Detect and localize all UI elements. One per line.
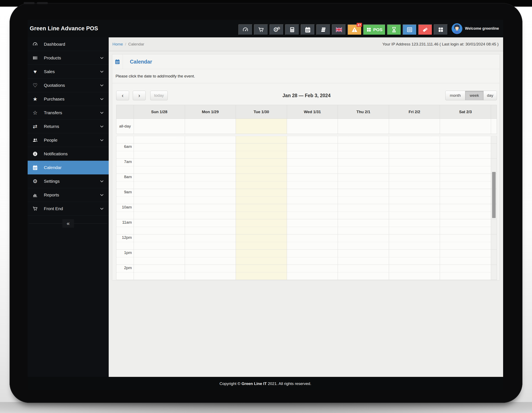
time-slot-cell[interactable] bbox=[440, 234, 491, 249]
time-slot-cell[interactable] bbox=[134, 219, 185, 234]
sidebar-item-returns[interactable]: ⇄Returns bbox=[28, 119, 109, 133]
time-slot-cell[interactable] bbox=[389, 174, 440, 189]
avatar[interactable] bbox=[452, 23, 462, 34]
time-slot-cell[interactable] bbox=[287, 136, 338, 143]
time-slot-cell[interactable] bbox=[236, 136, 287, 143]
time-slot-cell[interactable] bbox=[134, 234, 185, 249]
all-day-cell[interactable] bbox=[338, 119, 389, 134]
time-slot-cell[interactable] bbox=[134, 265, 185, 280]
sidebar-item-dashboard[interactable]: Dashboard bbox=[28, 37, 109, 51]
sidebar-item-settings[interactable]: ⚙Settings bbox=[28, 174, 109, 188]
time-slot-cell[interactable] bbox=[389, 204, 440, 219]
sidebar-item-sales[interactable]: ♥Sales bbox=[28, 65, 109, 79]
time-slot-cell[interactable] bbox=[236, 250, 287, 265]
time-slot-cell[interactable] bbox=[287, 189, 338, 204]
all-day-cell[interactable] bbox=[236, 119, 287, 134]
time-slot-cell[interactable] bbox=[440, 174, 491, 189]
time-slot-cell[interactable] bbox=[440, 189, 491, 204]
time-slot-cell[interactable] bbox=[287, 250, 338, 265]
cart-shortcut-button[interactable] bbox=[254, 24, 268, 35]
time-slot-cell[interactable] bbox=[134, 189, 185, 204]
time-slot-cell[interactable] bbox=[236, 189, 287, 204]
time-slot-cell[interactable] bbox=[236, 219, 287, 234]
time-slot-cell[interactable] bbox=[338, 219, 389, 234]
time-slot-cell[interactable] bbox=[185, 144, 236, 158]
sidebar-item-transfers[interactable]: ☆Transfers bbox=[28, 106, 109, 119]
time-slot-cell[interactable] bbox=[440, 159, 491, 174]
calendar-scrollbar[interactable] bbox=[492, 172, 496, 218]
time-slot-cell[interactable] bbox=[389, 265, 440, 280]
time-slot-cell[interactable] bbox=[236, 204, 287, 219]
settings-shortcut-button[interactable]: ⚙⚙ bbox=[270, 24, 284, 35]
all-day-cell[interactable] bbox=[440, 119, 491, 134]
time-slot-cell[interactable] bbox=[134, 204, 185, 219]
time-slot-cell[interactable] bbox=[440, 250, 491, 265]
all-day-cell[interactable] bbox=[389, 119, 440, 134]
time-slot-cell[interactable] bbox=[185, 189, 236, 204]
time-slot-cell[interactable] bbox=[338, 265, 389, 280]
time-slot-cell[interactable] bbox=[389, 189, 440, 204]
time-slot-cell[interactable] bbox=[134, 250, 185, 265]
sidebar-item-reports[interactable]: Reports bbox=[28, 188, 109, 202]
language-shortcut-button[interactable] bbox=[332, 24, 346, 35]
time-slot-cell[interactable] bbox=[338, 136, 389, 143]
time-slot-cell[interactable] bbox=[236, 144, 287, 158]
sidebar-item-calendar[interactable]: Calendar bbox=[28, 161, 109, 174]
eraser-shortcut-button[interactable] bbox=[418, 24, 432, 35]
time-slot-cell[interactable] bbox=[389, 250, 440, 265]
view-day-button[interactable]: day bbox=[484, 91, 497, 100]
all-day-cell[interactable] bbox=[185, 119, 236, 134]
time-slot-cell[interactable] bbox=[338, 159, 389, 174]
sidebar-item-people[interactable]: People bbox=[28, 133, 109, 147]
time-slot-cell[interactable] bbox=[287, 174, 338, 189]
layers-shortcut-button[interactable] bbox=[316, 24, 330, 35]
dashboard-shortcut-button[interactable] bbox=[238, 24, 253, 35]
time-slot-cell[interactable] bbox=[287, 234, 338, 249]
apps-shortcut-button[interactable] bbox=[434, 24, 448, 35]
pending-shortcut-button[interactable] bbox=[387, 24, 401, 35]
breadcrumb-home-link[interactable]: Home bbox=[113, 42, 123, 46]
time-slot-cell[interactable] bbox=[440, 219, 491, 234]
time-slot-cell[interactable] bbox=[236, 174, 287, 189]
list-shortcut-button[interactable] bbox=[403, 24, 417, 35]
time-slot-cell[interactable] bbox=[287, 159, 338, 174]
time-slot-cell[interactable] bbox=[185, 219, 236, 234]
sidebar-item-front-end[interactable]: Front End bbox=[28, 202, 109, 216]
time-slot-cell[interactable] bbox=[287, 204, 338, 219]
time-slot-cell[interactable] bbox=[338, 174, 389, 189]
time-slot-cell[interactable] bbox=[338, 234, 389, 249]
time-slot-cell[interactable] bbox=[440, 265, 491, 280]
time-slot-cell[interactable] bbox=[287, 144, 338, 158]
time-slot-cell[interactable] bbox=[389, 219, 440, 234]
time-slot-cell[interactable] bbox=[134, 136, 185, 143]
sidebar-collapse-button[interactable]: « bbox=[62, 219, 74, 228]
time-slot-cell[interactable] bbox=[236, 159, 287, 174]
prev-button[interactable]: ‹ bbox=[116, 91, 129, 100]
time-slot-cell[interactable] bbox=[134, 174, 185, 189]
time-slot-cell[interactable] bbox=[185, 265, 236, 280]
time-slot-cell[interactable] bbox=[185, 250, 236, 265]
time-slot-cell[interactable] bbox=[185, 174, 236, 189]
calculator-shortcut-button[interactable] bbox=[285, 24, 299, 35]
view-month-button[interactable]: month bbox=[445, 91, 465, 100]
time-slot-cell[interactable] bbox=[185, 136, 236, 143]
all-day-cell[interactable] bbox=[134, 119, 185, 134]
time-slot-cell[interactable] bbox=[440, 204, 491, 219]
time-slot-cell[interactable] bbox=[389, 144, 440, 158]
time-slot-cell[interactable] bbox=[236, 234, 287, 249]
time-slot-cell[interactable] bbox=[440, 144, 491, 158]
time-slot-cell[interactable] bbox=[134, 159, 185, 174]
pos-shortcut-button[interactable]: POS bbox=[363, 24, 386, 35]
user-box[interactable]: Welcome greenline bbox=[452, 23, 499, 34]
time-slot-cell[interactable] bbox=[185, 234, 236, 249]
time-slot-cell[interactable] bbox=[338, 204, 389, 219]
view-week-button[interactable]: week bbox=[465, 91, 484, 100]
time-slot-cell[interactable] bbox=[134, 144, 185, 158]
today-button[interactable]: today bbox=[150, 91, 168, 100]
sidebar-item-quotations[interactable]: ♡Quotations bbox=[28, 79, 109, 92]
sidebar-item-products[interactable]: Products bbox=[28, 51, 109, 65]
time-slot-cell[interactable] bbox=[338, 189, 389, 204]
time-slot-cell[interactable] bbox=[389, 159, 440, 174]
time-slot-cell[interactable] bbox=[440, 136, 491, 143]
sidebar-item-purchases[interactable]: ★Purchases bbox=[28, 92, 109, 106]
